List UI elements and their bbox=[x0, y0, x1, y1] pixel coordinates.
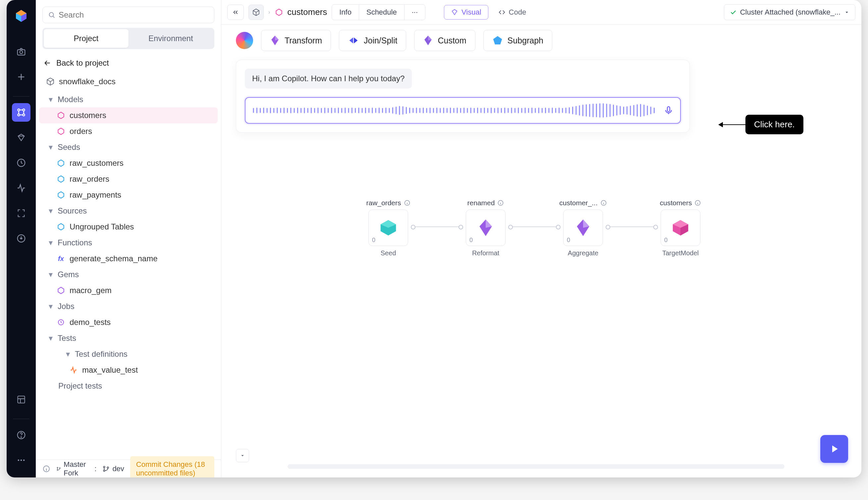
svg-marker-23 bbox=[58, 224, 63, 230]
tree-item-ungrouped-tables[interactable]: Ungrouped Tables bbox=[36, 219, 221, 235]
tab-environment[interactable]: Environment bbox=[129, 29, 213, 48]
rail-plus-icon[interactable] bbox=[12, 68, 31, 86]
search-input[interactable] bbox=[59, 10, 209, 20]
svg-marker-19 bbox=[58, 128, 63, 135]
code-icon bbox=[498, 9, 506, 16]
pentagon-icon bbox=[492, 35, 503, 46]
tree-section-test-definitions[interactable]: ▾ Test definitions bbox=[36, 346, 221, 362]
tree-section-gems[interactable]: ▾ Gems bbox=[36, 266, 221, 283]
tree-item-generate-schema-name[interactable]: fx generate_schema_name bbox=[36, 251, 221, 266]
tree-item-customers[interactable]: customers bbox=[39, 107, 218, 123]
tree-item-demo-tests[interactable]: demo_tests bbox=[36, 314, 221, 330]
copilot-logo[interactable] bbox=[236, 32, 253, 49]
tree-item-raw-orders[interactable]: raw_orders bbox=[36, 171, 221, 187]
diamond-icon bbox=[451, 9, 458, 16]
tree-item-macro-gem[interactable]: macro_gem bbox=[36, 283, 221, 298]
info-icon[interactable] bbox=[43, 465, 50, 473]
breadcrumb-current[interactable]: customers bbox=[275, 7, 327, 17]
tree-item-raw-customers[interactable]: raw_customers bbox=[36, 155, 221, 171]
toggle-visual[interactable]: Visual bbox=[444, 5, 488, 20]
fx-icon: fx bbox=[56, 254, 66, 263]
gem-icon bbox=[423, 35, 433, 46]
svg-point-28 bbox=[57, 469, 58, 470]
copilot-card: Hi, I am Copilot. How can I help you tod… bbox=[236, 60, 690, 133]
back-to-project[interactable]: Back to project bbox=[36, 55, 221, 73]
icon-rail bbox=[7, 0, 36, 477]
breadcrumb-root[interactable] bbox=[248, 5, 264, 20]
tree-section-tests[interactable]: ▾ Tests bbox=[36, 330, 221, 346]
rail-more-icon[interactable] bbox=[12, 451, 31, 469]
svg-marker-35 bbox=[275, 35, 279, 41]
rail-layout-icon[interactable] bbox=[12, 390, 31, 409]
gem-subgraph[interactable]: Subgraph bbox=[483, 30, 552, 51]
pipeline-canvas[interactable]: raw_orders 0 Seed renamed bbox=[221, 133, 861, 477]
collapse-button[interactable] bbox=[227, 5, 244, 20]
tree-section-models[interactable]: ▾ Models bbox=[36, 91, 221, 107]
svg-rect-158 bbox=[667, 107, 670, 112]
tab-schedule[interactable]: Schedule bbox=[359, 5, 404, 20]
check-icon bbox=[729, 9, 737, 16]
canvas-scrollbar[interactable] bbox=[288, 464, 785, 469]
node-raw-orders[interactable]: raw_orders 0 Seed bbox=[364, 199, 413, 257]
rail-download-icon[interactable] bbox=[12, 229, 31, 248]
hexagon-icon bbox=[275, 8, 283, 16]
search-box[interactable] bbox=[43, 7, 214, 23]
hexagon-seed-icon bbox=[378, 217, 399, 238]
gem-transform[interactable]: Transform bbox=[261, 30, 331, 51]
rail-pipeline-icon[interactable] bbox=[12, 103, 31, 122]
gem-custom[interactable]: Custom bbox=[414, 30, 475, 51]
svg-point-27 bbox=[57, 467, 58, 468]
info-icon[interactable] bbox=[600, 200, 607, 206]
app-logo bbox=[14, 9, 28, 23]
info-icon[interactable] bbox=[694, 200, 701, 206]
tree-item-orders[interactable]: orders bbox=[36, 123, 221, 139]
tree-item-project-tests[interactable]: Project tests bbox=[36, 378, 221, 394]
copilot-input[interactable] bbox=[245, 97, 681, 124]
gem-row: Transform Join/Split Custom Subgraph bbox=[221, 24, 861, 56]
svg-point-29 bbox=[59, 467, 60, 468]
pipeline-graph: raw_orders 0 Seed renamed bbox=[364, 199, 705, 257]
commit-changes-button[interactable]: Commit Changes (18 uncommitted files) bbox=[130, 456, 214, 478]
branch-dev[interactable]: dev bbox=[102, 465, 124, 473]
info-icon[interactable] bbox=[497, 200, 504, 206]
node-customer-agg[interactable]: customer_... 0 Aggregate bbox=[559, 199, 608, 257]
rail-help-icon[interactable] bbox=[12, 426, 31, 444]
info-icon[interactable] bbox=[404, 200, 410, 206]
toggle-code[interactable]: Code bbox=[493, 5, 532, 19]
rail-diamond-icon[interactable] bbox=[12, 128, 31, 147]
tree-item-raw-payments[interactable]: raw_payments bbox=[36, 187, 221, 203]
edge bbox=[413, 226, 461, 227]
tree-item-max-value-test[interactable]: max_value_test bbox=[36, 362, 221, 378]
tree-section-seeds[interactable]: ▾ Seeds bbox=[36, 139, 221, 155]
footer-bar: Master Fork : dev Commit Changes (18 unc… bbox=[36, 459, 221, 477]
run-button[interactable] bbox=[820, 435, 848, 463]
cluster-selector[interactable]: Cluster Attached (snowflake_... bbox=[724, 4, 855, 20]
tree-section-jobs[interactable]: ▾ Jobs bbox=[36, 298, 221, 314]
node-renamed[interactable]: renamed 0 Reformat bbox=[461, 199, 510, 257]
caret-down-icon bbox=[239, 453, 246, 458]
svg-point-6 bbox=[23, 109, 24, 111]
hexagon-icon bbox=[56, 174, 66, 184]
tree-project-root[interactable]: snowflake_docs bbox=[36, 73, 221, 90]
branch-master[interactable]: Master Fork bbox=[56, 460, 89, 477]
hexagon-icon bbox=[56, 222, 66, 231]
rail-activity-icon[interactable] bbox=[12, 179, 31, 197]
rail-camera-icon[interactable] bbox=[12, 43, 31, 61]
microphone-icon[interactable] bbox=[664, 105, 673, 115]
cube-target-icon bbox=[670, 217, 691, 238]
tree-section-functions[interactable]: ▾ Functions bbox=[36, 235, 221, 251]
tab-more[interactable]: ··· bbox=[404, 5, 425, 20]
gem-joinsplit[interactable]: Join/Split bbox=[339, 30, 406, 51]
rail-expand-icon[interactable] bbox=[12, 204, 31, 223]
svg-marker-24 bbox=[58, 287, 63, 294]
back-label: Back to project bbox=[56, 58, 109, 68]
canvas-expand-button[interactable] bbox=[236, 449, 249, 462]
node-customers-target[interactable]: customers 0 TargetModel bbox=[656, 199, 705, 257]
rail-clock-icon[interactable] bbox=[12, 154, 31, 172]
tree-section-sources[interactable]: ▾ Sources bbox=[36, 203, 221, 219]
svg-point-5 bbox=[17, 109, 20, 111]
svg-marker-37 bbox=[428, 35, 432, 41]
tab-project[interactable]: Project bbox=[44, 29, 129, 48]
tab-info[interactable]: Info bbox=[332, 5, 359, 20]
search-icon bbox=[48, 11, 55, 19]
